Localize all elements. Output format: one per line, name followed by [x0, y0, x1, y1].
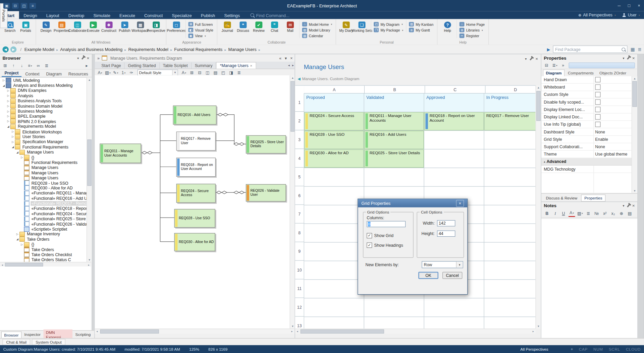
toggle-grid-button[interactable]: ⊞	[188, 69, 195, 76]
expand-panel-button[interactable]: ▸	[83, 62, 90, 69]
tree-item-4-business-analysis-tools[interactable]: ▷Business Analysis Tools	[0, 98, 87, 103]
close-icon[interactable]: ×	[632, 203, 635, 208]
document-tab-getting-started[interactable]: Getting Started	[125, 62, 160, 69]
portals-button[interactable]: ▣Portals	[18, 20, 34, 33]
tree-item-18-manage-users[interactable]: Manage Users	[0, 170, 87, 175]
expand-arrow-icon[interactable]: ▷	[6, 89, 10, 92]
property-dashboard-style[interactable]: Dashboard StyleNone	[541, 128, 632, 136]
ribbon-tab-execute[interactable]: Execute	[115, 11, 140, 19]
zoom-in-icon[interactable]: +	[571, 347, 573, 352]
grid-horizontal-scrollbar[interactable]: ◂ ▸	[295, 329, 536, 334]
scrollbar-thumb[interactable]	[301, 330, 384, 334]
align-tops-button[interactable]: ⊟	[196, 69, 203, 76]
scrollbar-thumb[interactable]	[536, 91, 540, 121]
expand-arrow-icon[interactable]: ▷	[20, 156, 24, 159]
numbered-list-button[interactable]: №	[593, 210, 600, 217]
scroll-left-icon[interactable]: ◂	[95, 329, 100, 334]
close-icon[interactable]: ×	[535, 56, 538, 61]
scrollbar-thumb[interactable]	[5, 263, 43, 267]
grid-cell-empty[interactable]	[484, 224, 536, 243]
canvas-vertical-scrollbar[interactable]: ▲ ▼	[290, 75, 295, 329]
register-button[interactable]: ✑Register	[460, 34, 485, 38]
highlight-button[interactable]: ▨▾	[577, 210, 584, 217]
font-button[interactable]: A▾	[96, 69, 103, 76]
scrollbar-thumb[interactable]	[100, 330, 159, 334]
tree-item-0-uml-modeling[interactable]: ▷UML Modeling	[0, 78, 87, 83]
collapse-tab-group-icon[interactable]: «	[279, 56, 281, 60]
new-elements-select[interactable]: Row ▾	[422, 261, 463, 268]
visual-style-button[interactable]: ◧Visual Style	[188, 28, 213, 33]
diagram-canvas[interactable]: REQ011 - Manage User AccountsREQ016 - Ad…	[95, 75, 290, 329]
menu-button[interactable]: ≣▾	[551, 62, 558, 68]
bold-button[interactable]: B	[543, 210, 550, 217]
model-views-icon[interactable]: ▦	[631, 47, 635, 52]
properties-vertical-scrollbar[interactable]: ▲ ▼	[632, 76, 637, 193]
row-header-5[interactable]: 5	[295, 168, 304, 186]
tab-chat-mail[interactable]: Chat & Mail	[2, 339, 30, 345]
tree-item-14-manage-users[interactable]: ◢Manage Users	[0, 150, 87, 155]
expand-arrow-icon[interactable]: ▷	[15, 233, 19, 236]
move-up-button[interactable]: ↑	[10, 62, 17, 69]
tree-horizontal-scrollbar[interactable]: ◂ ▸	[0, 262, 91, 267]
height-input[interactable]: 44	[437, 231, 455, 237]
chevron-down-icon[interactable]: ▾	[623, 204, 624, 208]
tree-item-19-manage-users[interactable]: Manage Users	[0, 175, 87, 180]
ribbon-tab-develop[interactable]: Develop	[64, 11, 89, 19]
property-hand-drawn[interactable]: Hand Drawn	[541, 76, 632, 83]
ok-button[interactable]: OK	[418, 272, 438, 279]
requirement-req024[interactable]: REQ024 - Secure Access	[176, 184, 216, 203]
tree-item-12-specification-manager[interactable]: ▷Specification Manager	[0, 139, 87, 144]
custom-style-checkbox[interactable]	[595, 92, 600, 97]
tab-list-icon[interactable]: ▾	[285, 56, 287, 60]
tree-item-1-analysis-and-business-modeling[interactable]: ◢Analysis and Business Modeling	[0, 83, 87, 88]
section-collapse-icon[interactable]: ▴	[544, 160, 545, 163]
superscript-button[interactable]: x²	[601, 210, 608, 217]
save-button[interactable]: ⊟	[543, 62, 550, 68]
cell-req017-remove-user[interactable]: REQ017 - Remove User	[484, 112, 536, 131]
requirement-req028[interactable]: REQ028 - Use SSO	[174, 209, 215, 228]
my-diagram-button[interactable]: ◰My Diagram▾	[374, 22, 403, 26]
style-combo[interactable]: Default Style▾	[138, 69, 178, 76]
journal-button[interactable]: ✍Journal	[219, 20, 235, 33]
scroll-right-icon[interactable]: ▸	[531, 329, 536, 334]
tree-item-35-take-orders-status-c[interactable]: Take Orders Status C	[0, 257, 87, 262]
column-header-b[interactable]: B	[365, 86, 425, 94]
tree-item-26-functional-req024-secure-access[interactable]: «Functional» REQ024 - Secure Access	[0, 211, 87, 216]
document-tab-summary[interactable]: Summary	[192, 62, 216, 69]
cell-req011-manage-user-accounts[interactable]: REQ011 - Manage User Accounts	[364, 112, 424, 131]
requirement-req017[interactable]: REQ017 - Remove User	[176, 132, 216, 151]
collapse-arrow-icon[interactable]: ◢	[15, 238, 19, 241]
tree-item-34-take-orders-checklist[interactable]: Take Orders Checklist	[0, 252, 87, 257]
requirement-req026[interactable]: REQ026 - Validate User	[246, 184, 286, 201]
grid-cell-empty[interactable]	[424, 168, 484, 187]
font-color-button[interactable]: A▾	[568, 210, 575, 217]
tree-item-15-item[interactable]: ▷{}	[0, 155, 87, 160]
expand-arrow-icon[interactable]: ▷	[6, 120, 10, 123]
user-menu[interactable]: User ▾	[623, 13, 640, 17]
find-package-input[interactable]: Find Package	[553, 46, 628, 53]
requirement-req018[interactable]: REQ018 - Report on User Account	[176, 158, 216, 177]
property-mdg-technology[interactable]: MDG Technology	[541, 166, 632, 173]
grid-cell-empty[interactable]	[484, 298, 536, 317]
new-package-button[interactable]: ⊞	[2, 62, 9, 69]
perspective-button[interactable]: ◨Perspective	[148, 20, 164, 33]
tree-item-28-functional-req026-validate-user[interactable]: «Functional» REQ026 - Validate User	[0, 221, 87, 226]
breadcrumb-root[interactable]: /	[20, 47, 21, 52]
tree-item-6-business-modeling[interactable]: ▷Business Modeling	[0, 109, 87, 114]
fill-color-button[interactable]: ▨▾	[104, 69, 111, 76]
tree-item-20-req028-use-sso[interactable]: REQ028 - Use SSO	[0, 180, 87, 185]
grid-cell-empty[interactable]	[304, 205, 364, 224]
row-header-13[interactable]: 13	[295, 316, 304, 329]
grid-cell-empty[interactable]	[424, 131, 484, 150]
property-theme[interactable]: ThemeUse global theme	[541, 151, 632, 158]
row-header-2[interactable]: 2	[295, 112, 304, 130]
row-header-6[interactable]: 6	[295, 186, 304, 205]
scroll-down-icon[interactable]: ▼	[632, 188, 637, 193]
requirement-req030[interactable]: REQ030 - Alloe for AD	[174, 233, 215, 251]
grid-cell-empty[interactable]	[424, 317, 484, 329]
format-painter-button[interactable]: ✑	[128, 69, 135, 76]
columns-input[interactable]: 8	[367, 221, 406, 227]
row-header-1[interactable]: 1	[295, 93, 304, 112]
breadcrumb-item-requirements-model[interactable]: Requirements Model	[127, 47, 169, 52]
close-diagram-icon[interactable]: ×	[290, 56, 292, 60]
